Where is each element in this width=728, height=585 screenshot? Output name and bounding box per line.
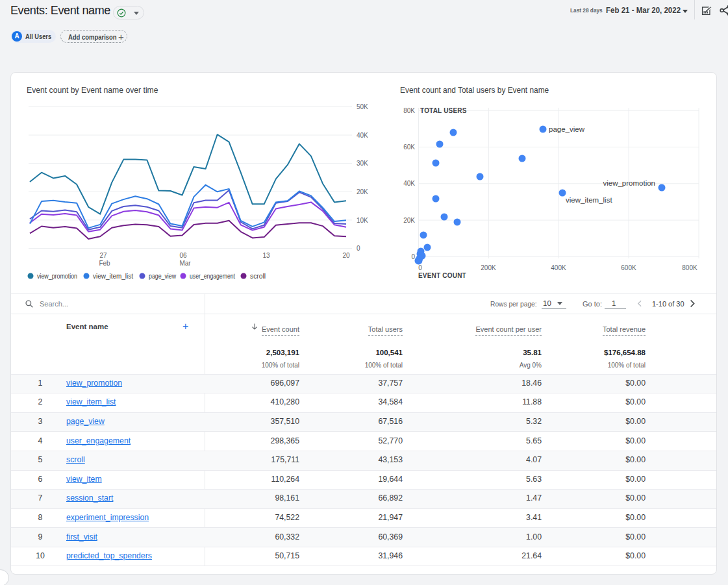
svg-text:Feb: Feb [99, 260, 110, 267]
svg-text:20K: 20K [403, 217, 415, 224]
svg-text:EVENT COUNT: EVENT COUNT [418, 272, 466, 279]
svg-text:800K: 800K [682, 264, 697, 271]
svg-text:view_item_list: view_item_list [93, 272, 133, 280]
svg-text:40K: 40K [403, 180, 415, 187]
svg-text:20K: 20K [357, 188, 368, 195]
svg-text:Event count by Event name over: Event count by Event name over time [27, 86, 158, 95]
svg-text:view_item_list: view_item_list [566, 196, 612, 204]
svg-text:Mar: Mar [179, 260, 191, 267]
svg-text:400K: 400K [551, 264, 566, 271]
svg-text:page_view: page_view [149, 272, 176, 280]
svg-text:10K: 10K [357, 217, 368, 224]
svg-text:30K: 30K [357, 160, 368, 167]
svg-text:view_promotion: view_promotion [603, 179, 655, 187]
svg-text:40K: 40K [357, 132, 368, 139]
svg-text:scroll: scroll [250, 272, 266, 280]
svg-text:user_engagement: user_engagement [190, 272, 235, 280]
svg-text:0: 0 [357, 245, 360, 252]
svg-text:13: 13 [262, 252, 270, 259]
svg-text:0: 0 [418, 264, 422, 271]
svg-text:50K: 50K [357, 103, 368, 110]
svg-text:80K: 80K [403, 107, 415, 114]
svg-text:200K: 200K [481, 264, 496, 271]
svg-text:page_view: page_view [549, 125, 585, 133]
svg-text:Event count and Total users by: Event count and Total users by Event nam… [400, 86, 549, 95]
svg-text:TOTAL USERS: TOTAL USERS [420, 107, 467, 114]
svg-text:27: 27 [99, 252, 107, 259]
svg-text:view_promotion: view_promotion [37, 272, 77, 280]
svg-text:20: 20 [342, 252, 350, 259]
svg-text:600K: 600K [621, 264, 636, 271]
svg-text:06: 06 [179, 252, 187, 259]
svg-text:0: 0 [411, 253, 415, 260]
svg-text:60K: 60K [403, 143, 415, 151]
